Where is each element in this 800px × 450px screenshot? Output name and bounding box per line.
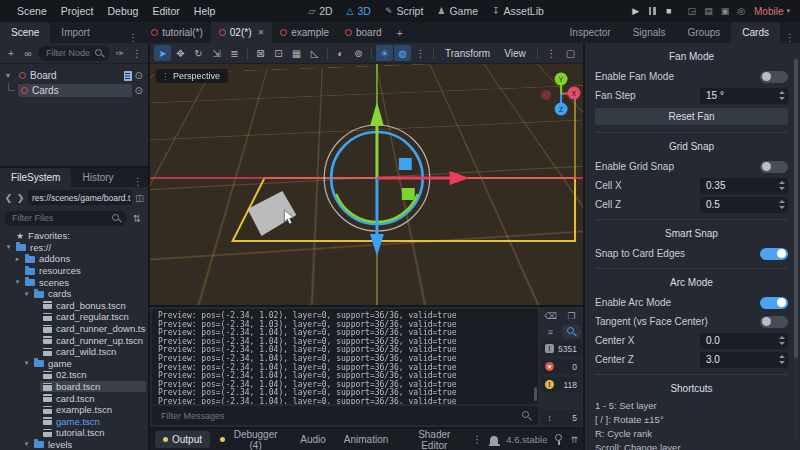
expander-icon[interactable]: ▾ <box>22 290 31 298</box>
number-field[interactable]: 3.0 <box>700 352 788 368</box>
lines-count-badge[interactable]: ↕5 <box>541 410 581 425</box>
file-row-exampletscn[interactable]: example.tscn <box>0 404 148 416</box>
menu-transform[interactable]: Transform <box>438 48 497 59</box>
gizmo-plane-handle-green[interactable] <box>402 188 415 200</box>
pin-panel-icon[interactable] <box>555 434 562 441</box>
script-icon[interactable] <box>124 71 132 81</box>
dock-tab-cards[interactable]: Cards <box>731 22 780 43</box>
instantiate-scene-icon[interactable]: ∞ <box>21 48 35 59</box>
nav-back-button[interactable]: ❮ <box>4 193 13 203</box>
menu-debug[interactable]: Debug <box>100 3 145 19</box>
bottom-tab-output[interactable]: Output <box>155 431 210 448</box>
current-path[interactable]: res://scenes/game/board.t <box>28 190 132 205</box>
warning-count-badge[interactable]: !118 <box>541 377 581 392</box>
visibility-eye-icon[interactable]: ⊙ <box>135 85 145 96</box>
file-row-boardtscn[interactable]: board.tscn <box>0 381 148 393</box>
scene-tab-board[interactable]: board <box>337 22 390 43</box>
file-row-cards[interactable]: ▾cards <box>0 288 148 300</box>
preview-sun-tool-icon[interactable]: ☀ <box>376 45 393 61</box>
more-icon[interactable]: ⋮ <box>128 176 148 187</box>
file-row-Favorites[interactable]: ★Favorites: <box>0 230 148 242</box>
add-node-icon[interactable]: + <box>4 48 18 59</box>
copy-icon[interactable]: ❐ <box>562 309 581 322</box>
axis-neg-x-ball[interactable] <box>541 90 551 100</box>
scale-tool-icon[interactable]: ⇲ <box>208 45 225 61</box>
perspective-menu[interactable]: ⋮ Perspective <box>156 69 228 83</box>
file-row-addons[interactable]: ▸addons <box>0 253 148 265</box>
file-item[interactable]: tutorial.tscn <box>40 427 146 438</box>
error-count-badge[interactable]: ✕0 <box>541 359 581 374</box>
expander-icon[interactable]: ▾ <box>4 243 13 251</box>
close-icon[interactable]: ✕ <box>257 28 264 37</box>
play-icon[interactable]: ▶ <box>630 6 642 16</box>
spin-down-icon[interactable] <box>779 206 785 209</box>
file-row-gametscn[interactable]: game.tscn <box>0 416 148 428</box>
toggle-off[interactable] <box>760 71 788 83</box>
clear-icon[interactable]: ⌫ <box>541 309 560 322</box>
filter-messages-input[interactable] <box>159 410 518 422</box>
expander-icon[interactable]: ▾ <box>3 71 13 80</box>
nav-forward-button[interactable]: ❯ <box>16 193 25 203</box>
toggle-on[interactable] <box>760 297 788 309</box>
scene-tab-tutorial[interactable]: tutorial(*) <box>143 22 211 43</box>
mode-script[interactable]: ✎Script <box>385 5 423 17</box>
new-scene-tab-button[interactable]: + <box>390 22 410 43</box>
group-tool-icon[interactable]: ▦ <box>288 45 305 61</box>
spinner-arrows[interactable] <box>779 178 785 194</box>
filter-nodes-input[interactable] <box>44 47 92 59</box>
reset-fan-button[interactable]: Reset Fan <box>595 108 788 125</box>
bottom-tab-audio[interactable]: Audio <box>292 431 334 448</box>
bottom-tab-shadereditor[interactable]: Shader Editor <box>398 426 470 450</box>
filter-files-input[interactable] <box>10 212 109 224</box>
menu-project[interactable]: Project <box>54 3 101 19</box>
more-icon[interactable]: ⋮ <box>543 45 560 61</box>
spinner-arrows[interactable] <box>779 197 785 213</box>
file-row-levels[interactable]: ▾levels <box>0 439 148 450</box>
mode-assetlib[interactable]: ↧AssetLib <box>492 5 544 17</box>
file-row-game[interactable]: ▾game <box>0 358 148 370</box>
file-row-res[interactable]: ▾res:// <box>0 242 148 254</box>
dock-tab-inspector[interactable]: Inspector <box>559 22 622 43</box>
collapse-duplicates-icon[interactable]: ≡ <box>541 325 560 338</box>
mode-game[interactable]: ♟Game <box>437 5 478 17</box>
screen-capture-icon[interactable]: ▣ <box>721 6 730 16</box>
file-item[interactable]: resources <box>22 265 146 276</box>
file-item[interactable]: card_regular.tscn <box>40 311 146 322</box>
gizmo-y-arrowhead[interactable] <box>370 102 384 126</box>
dock-tab-scene[interactable]: Scene <box>0 22 50 43</box>
bottom-tab-debugger4[interactable]: Debugger (4) <box>212 426 290 450</box>
search-icon[interactable] <box>562 325 581 338</box>
gizmo-z-arrowhead[interactable] <box>370 234 384 256</box>
number-field[interactable]: 0.5 <box>700 197 788 213</box>
attach-script-icon[interactable]: ✑ <box>113 48 127 59</box>
inspector-scrollbar[interactable] <box>794 59 798 442</box>
more-icon[interactable]: ⋮ <box>123 32 143 43</box>
mode-2d[interactable]: ▱2D <box>308 5 332 17</box>
lock-tool-icon[interactable]: ⊠ <box>252 45 269 61</box>
scene-tab-example[interactable]: example <box>272 22 337 43</box>
spin-up-icon[interactable] <box>779 355 785 358</box>
file-item[interactable]: 02.tscn <box>40 369 146 380</box>
toggle-on[interactable] <box>760 248 788 260</box>
snap-tool-icon[interactable]: ◐ <box>332 45 349 61</box>
ruler-tool-icon[interactable]: ◺ <box>306 45 323 61</box>
fs-tab-filesystem[interactable]: FileSystem <box>0 168 71 187</box>
file-row-cardrunneruptscn[interactable]: card_runner_up.tscn <box>0 334 148 346</box>
scene-tab-02[interactable]: 02(*)✕ <box>211 22 272 43</box>
file-item[interactable]: ★Favorites: <box>13 230 146 241</box>
toggle-off[interactable] <box>760 161 788 173</box>
mode-3d[interactable]: △3D <box>347 5 371 17</box>
renderer-dropdown[interactable]: Mobile ▾ <box>754 6 790 17</box>
output-console[interactable]: Preview: pos=(-2.34, 1.02), layer=0, sup… <box>152 309 538 404</box>
number-field[interactable]: 0.0 <box>700 333 788 349</box>
file-item[interactable]: game.tscn <box>40 416 146 427</box>
file-item[interactable]: card_runner_up.tscn <box>40 335 146 346</box>
console-scrollbar[interactable] <box>534 387 537 401</box>
visibility-eye-icon[interactable]: ⊙ <box>135 70 145 81</box>
file-item[interactable]: levels <box>31 439 146 450</box>
expander-icon[interactable]: ▾ <box>22 359 31 367</box>
bottom-tab-animation[interactable]: Animation <box>336 431 396 448</box>
spin-up-icon[interactable] <box>779 200 785 203</box>
file-item[interactable]: card_wild.tscn <box>40 346 146 357</box>
file-row-cardtscn[interactable]: card.tscn <box>0 392 148 404</box>
